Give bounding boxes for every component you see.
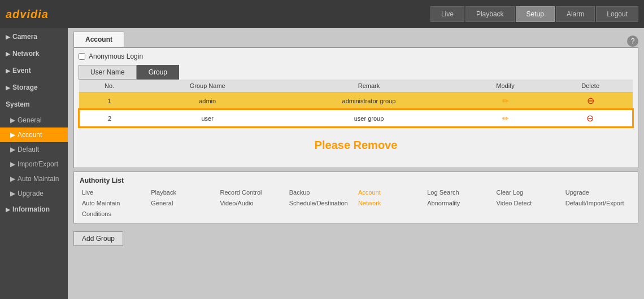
main-panel: Anonymous Login User Name Group No. Grou…: [73, 47, 638, 168]
sidebar: ▶ Camera ▶ Network ▶ Event ▶ Storage Sys…: [0, 28, 68, 299]
nav-alarm[interactable]: Alarm: [556, 6, 595, 22]
nav-playback[interactable]: Playback: [465, 6, 515, 22]
please-remove-text: Please Remove: [79, 127, 633, 163]
header: advidia Live Playback Setup Alarm Logout: [0, 0, 644, 28]
general-arrow-icon: ▶: [10, 116, 15, 124]
account-arrow-icon: ▶: [10, 131, 15, 139]
authority-grid: Live Playback Record Control Backup Acco…: [80, 188, 632, 218]
auth-video-audio: Video/Audio: [218, 199, 287, 208]
table-header: No. Group Name Remark Modify Delete: [79, 80, 633, 93]
sidebar-item-account[interactable]: ▶ Account: [0, 127, 68, 142]
delete-icon-2[interactable]: ⊖: [586, 113, 594, 123]
nav-logout[interactable]: Logout: [596, 6, 638, 22]
row2-modify[interactable]: ✏: [463, 109, 548, 127]
row2-no: 2: [79, 109, 140, 127]
nav-setup[interactable]: Setup: [516, 6, 555, 22]
table-row: 2 user user group ✏ ⊖: [79, 109, 633, 127]
auth-account: Account: [356, 188, 425, 197]
import-export-arrow-icon: ▶: [10, 160, 15, 168]
event-arrow-icon: ▶: [6, 68, 10, 74]
sidebar-item-storage[interactable]: ▶ Storage: [0, 79, 68, 96]
logo: advidia: [6, 8, 49, 21]
row2-remark: user group: [275, 109, 463, 127]
sidebar-item-camera[interactable]: ▶ Camera: [0, 28, 68, 45]
sidebar-item-auto-maintain[interactable]: ▶ Auto Maintain: [0, 172, 68, 186]
tab-account[interactable]: Account: [73, 32, 124, 47]
auth-schedule-destination: Schedule/Destination: [287, 199, 356, 208]
nav-buttons: Live Playback Setup Alarm Logout: [430, 6, 638, 22]
auto-maintain-arrow-icon: ▶: [10, 175, 15, 183]
group-table: No. Group Name Remark Modify Delete 1 ad…: [79, 80, 633, 127]
auth-default-import-export: Default/Import/Export: [563, 199, 632, 208]
col-no: No.: [79, 80, 140, 93]
row1-remark: administrator group: [275, 93, 463, 110]
auth-abnormality: Abnormality: [425, 199, 494, 208]
help-icon[interactable]: ?: [627, 36, 638, 47]
auth-log-search: Log Search: [425, 188, 494, 197]
row1-delete[interactable]: ⊖: [548, 93, 633, 110]
upgrade-arrow-icon: ▶: [10, 190, 15, 197]
anonymous-login-checkbox[interactable]: [79, 53, 85, 60]
table-row: 1 admin administrator group ✏ ⊖: [79, 93, 633, 110]
main-layout: ▶ Camera ▶ Network ▶ Event ▶ Storage Sys…: [0, 28, 644, 299]
sidebar-item-default[interactable]: ▶ Default: [0, 142, 68, 157]
delete-icon[interactable]: ⊖: [587, 96, 594, 105]
add-group-button[interactable]: Add Group: [73, 231, 123, 246]
edit-icon[interactable]: ✏: [502, 96, 509, 105]
information-arrow-icon: ▶: [6, 206, 10, 213]
row2-delete[interactable]: ⊖: [548, 109, 633, 127]
col-remark: Remark: [275, 80, 463, 93]
sidebar-item-network[interactable]: ▶ Network: [0, 45, 68, 62]
sub-tab-username[interactable]: User Name: [79, 65, 137, 80]
anonymous-login-row: Anonymous Login: [79, 52, 633, 60]
panel-inner: Anonymous Login User Name Group No. Grou…: [74, 48, 638, 168]
auth-backup: Backup: [287, 188, 356, 197]
auth-general: General: [149, 199, 217, 208]
table-body: 1 admin administrator group ✏ ⊖ 2 user u…: [79, 93, 633, 127]
row1-name: admin: [140, 93, 275, 110]
camera-arrow-icon: ▶: [6, 34, 10, 40]
row1-no: 1: [79, 93, 140, 110]
col-delete: Delete: [548, 80, 633, 93]
row1-modify[interactable]: ✏: [463, 93, 548, 110]
network-arrow-icon: ▶: [6, 51, 10, 57]
storage-arrow-icon: ▶: [6, 85, 10, 91]
tab-bar: Account ?: [68, 28, 644, 47]
sub-tab-bar: User Name Group: [79, 65, 633, 80]
auth-record-control: Record Control: [218, 188, 287, 197]
sidebar-item-system[interactable]: System: [0, 96, 68, 113]
anonymous-login-label: Anonymous Login: [89, 52, 143, 60]
nav-live[interactable]: Live: [430, 6, 464, 22]
auth-clear-log: Clear Log: [494, 188, 563, 197]
content-area: Account ? Anonymous Login User Name Grou…: [68, 28, 644, 299]
sub-tab-group[interactable]: Group: [137, 65, 179, 80]
sidebar-item-information[interactable]: ▶ Information: [0, 201, 68, 218]
sidebar-item-import-export[interactable]: ▶ Import/Export: [0, 157, 68, 172]
auth-network: Network: [356, 199, 425, 208]
edit-icon-2[interactable]: ✏: [502, 114, 509, 123]
default-arrow-icon: ▶: [10, 146, 15, 153]
auth-live: Live: [80, 188, 149, 197]
col-group-name: Group Name: [140, 80, 275, 93]
auth-conditions: Conditions: [80, 209, 149, 218]
sidebar-item-general[interactable]: ▶ General: [0, 113, 68, 127]
sidebar-item-event[interactable]: ▶ Event: [0, 62, 68, 79]
logo-text: advidia: [6, 8, 49, 20]
authority-title: Authority List: [80, 177, 632, 184]
col-modify: Modify: [463, 80, 548, 93]
auth-playback: Playback: [149, 188, 217, 197]
authority-section: Authority List Live Playback Record Cont…: [73, 172, 638, 223]
row2-name: user: [140, 109, 275, 127]
bottom-section: Add Group: [68, 227, 644, 250]
auth-auto-maintain: Auto Maintain: [80, 199, 149, 208]
auth-upgrade: Upgrade: [563, 188, 632, 197]
sidebar-item-upgrade[interactable]: ▶ Upgrade: [0, 186, 68, 201]
auth-video-detect: Video Detect: [494, 199, 563, 208]
